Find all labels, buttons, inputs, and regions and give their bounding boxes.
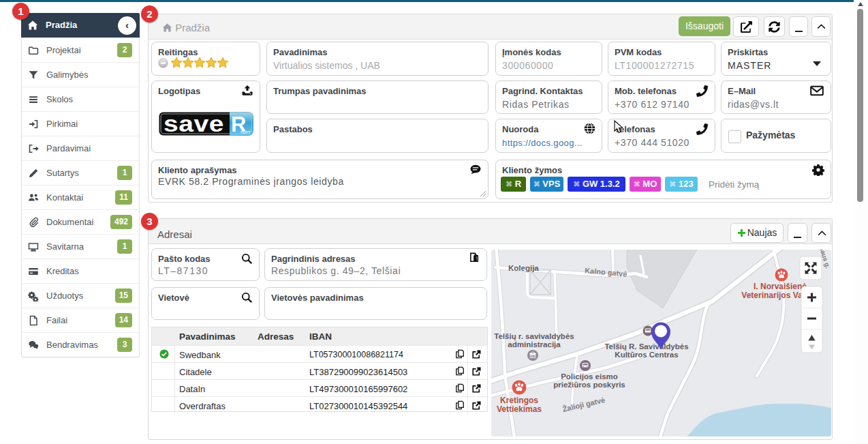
svg-text:Kultūros Centras: Kultūros Centras [615, 351, 678, 359]
svg-text:priežiūros poskyris: priežiūros poskyris [553, 381, 625, 389]
svg-text:SOFT: SOFT [241, 130, 251, 134]
svg-text:save: save [164, 112, 224, 136]
svg-text:Vettiekimas: Vettiekimas [497, 404, 542, 414]
svg-text:Telšių R. Savivaldybės: Telšių R. Savivaldybės [604, 342, 688, 351]
svg-text:administracija: administracija [508, 340, 561, 349]
svg-text:I. Norvaišienė: I. Norvaišienė [754, 282, 807, 291]
svg-text:Kolegija: Kolegija [508, 264, 539, 272]
svg-text:Veterinarijos Va: Veterinarijos Va [741, 291, 803, 300]
svg-text:Telšių r. savivaldybės: Telšių r. savivaldybės [494, 332, 574, 340]
svg-text:Policijos eismo: Policijos eismo [561, 372, 618, 381]
svg-text:Kretingos: Kretingos [500, 396, 538, 405]
